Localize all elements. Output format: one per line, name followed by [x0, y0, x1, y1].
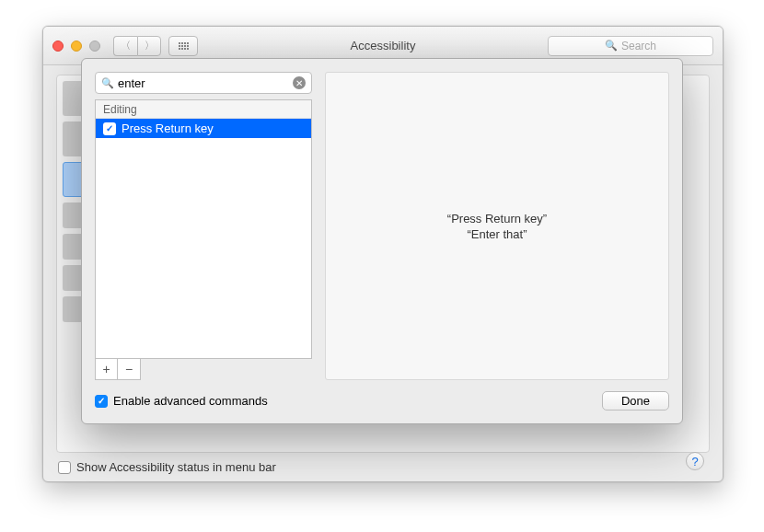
check-icon[interactable]: ✓	[103, 122, 116, 135]
close-button[interactable]	[52, 40, 64, 52]
minimize-button[interactable]	[71, 40, 82, 52]
chevron-right-icon: 〉	[145, 39, 155, 52]
show-status-label: Show Accessibility status in menu bar	[76, 460, 276, 474]
forward-button[interactable]: 〉	[137, 36, 161, 56]
sheet-columns: 🔍 ✕ Editing ✓ Press Return key + − “Pres…	[95, 72, 669, 380]
sheet-search[interactable]: 🔍 ✕	[95, 72, 312, 94]
show-status-checkbox[interactable]	[58, 461, 71, 474]
add-button[interactable]: +	[96, 359, 118, 379]
commands-sheet: 🔍 ✕ Editing ✓ Press Return key + − “Pres…	[81, 58, 683, 424]
list-item[interactable]: ✓ Press Return key	[96, 119, 311, 138]
titlebar-search[interactable]: 🔍 Search	[548, 36, 713, 56]
maximize-button	[89, 40, 100, 52]
list-item-label: Press Return key	[122, 121, 214, 135]
enable-advanced-checkbox[interactable]: ✓	[95, 395, 108, 408]
chevron-left-icon: 〈	[121, 39, 131, 52]
help-icon: ?	[691, 455, 698, 468]
search-placeholder: Search	[621, 40, 656, 52]
left-column: 🔍 ✕ Editing ✓ Press Return key + −	[95, 72, 312, 380]
search-icon: 🔍	[101, 77, 114, 89]
detail-panel: “Press Return key” “Enter that”	[325, 72, 669, 380]
grid-icon	[179, 42, 189, 50]
search-icon: 🔍	[605, 40, 618, 52]
back-button[interactable]: 〈	[113, 36, 137, 56]
clear-search-icon[interactable]: ✕	[293, 76, 306, 89]
commands-list[interactable]: Editing ✓ Press Return key	[95, 99, 312, 359]
list-header: Editing	[96, 100, 311, 119]
add-remove-buttons: + −	[95, 359, 141, 380]
detail-line: “Enter that”	[467, 227, 527, 241]
show-status-row[interactable]: Show Accessibility status in menu bar	[58, 460, 710, 474]
enable-advanced-label: Enable advanced commands	[113, 394, 268, 408]
sheet-footer: ✓ Enable advanced commands Done	[95, 391, 669, 411]
detail-line: “Press Return key”	[447, 212, 547, 226]
show-all-button[interactable]	[168, 36, 198, 56]
traffic-lights	[52, 40, 100, 52]
help-button[interactable]: ?	[686, 452, 704, 470]
nav-buttons: 〈 〉	[113, 36, 161, 56]
search-input[interactable]	[114, 76, 293, 90]
done-button[interactable]: Done	[602, 391, 669, 411]
remove-button[interactable]: −	[118, 359, 140, 379]
